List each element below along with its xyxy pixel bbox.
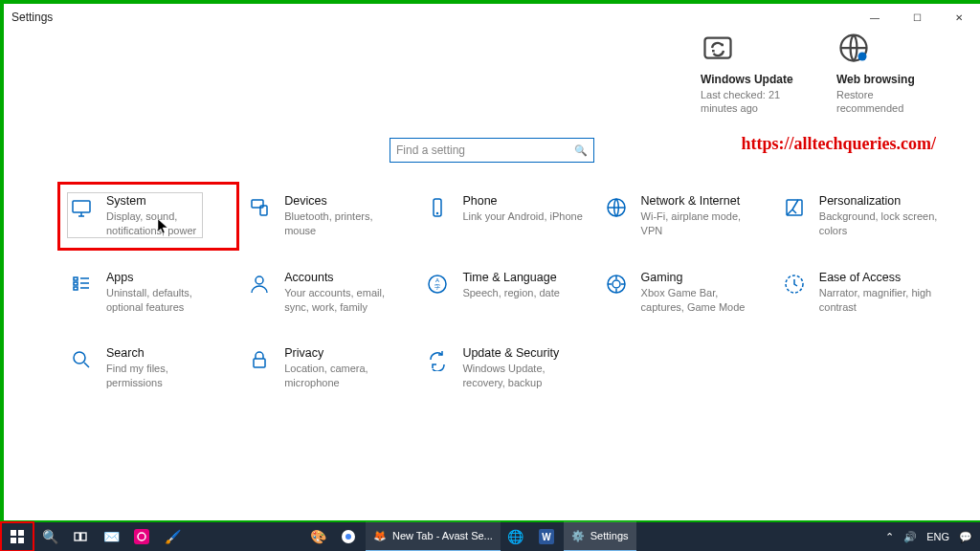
svg-point-13 <box>256 276 263 284</box>
firefox-icon: 🦊 <box>373 530 387 542</box>
tile-phone[interactable]: PhoneLink your Android, iPhone <box>422 190 585 242</box>
svg-rect-23 <box>18 530 24 536</box>
tile-desc: Uninstall, defaults, optional features <box>106 286 227 315</box>
app-pink-icon[interactable] <box>126 521 157 551</box>
app-brush-icon[interactable]: 🖌️ <box>157 521 188 551</box>
tile-accounts[interactable]: AccountsYour accounts, email, sync, work… <box>244 267 407 319</box>
svg-rect-25 <box>18 538 24 543</box>
tray-lang[interactable]: ENG <box>926 531 949 542</box>
titlebar: Settings — ☐ ✕ <box>4 4 980 31</box>
svg-text:W: W <box>542 532 551 542</box>
tile-privacy[interactable]: PrivacyLocation, camera, microphone <box>244 342 407 394</box>
minimize-button[interactable]: — <box>854 4 896 31</box>
update-icon <box>424 346 451 373</box>
web-browsing-card[interactable]: Web browsing Restore recommended <box>836 31 942 116</box>
svg-point-2 <box>858 53 867 61</box>
tile-search[interactable]: SearchFind my files, permissions <box>66 342 229 394</box>
tile-desc: Wi-Fi, airplane mode, VPN <box>641 209 762 238</box>
window-controls: — ☐ ✕ <box>854 4 980 31</box>
time-icon: A字 <box>424 271 451 298</box>
taskbar-app-settings[interactable]: ⚙️ Settings <box>564 521 636 551</box>
apps-icon <box>68 271 95 298</box>
app-paint-icon[interactable]: 🎨 <box>302 521 333 551</box>
mail-icon[interactable]: ✉️ <box>96 521 126 551</box>
search-box[interactable]: 🔍 <box>390 138 594 163</box>
taskbar-app-firefox[interactable]: 🦊 New Tab - Avast Se... <box>366 521 501 551</box>
svg-point-31 <box>345 534 351 540</box>
watermark-text: https://alltechqueries.com/ <box>742 134 936 154</box>
close-button[interactable]: ✕ <box>938 4 980 31</box>
svg-rect-3 <box>73 201 90 212</box>
tile-network[interactable]: Network & InternetWi-Fi, airplane mode, … <box>601 190 764 242</box>
tile-desc: Xbox Game Bar, captures, Game Mode <box>641 286 762 315</box>
taskbar-label: Settings <box>590 530 629 541</box>
search-input[interactable] <box>396 143 574 157</box>
svg-rect-21 <box>254 359 265 367</box>
tile-desc: Background, lock screen, colors <box>819 209 940 238</box>
tile-desc: Location, camera, microphone <box>284 362 405 390</box>
tile-desc: Speech, region, date <box>462 286 583 300</box>
tile-title: Phone <box>462 194 583 208</box>
maximize-button[interactable]: ☐ <box>896 4 938 31</box>
svg-rect-12 <box>74 287 78 290</box>
app-word-icon[interactable]: W <box>531 521 562 551</box>
devices-icon <box>246 194 273 221</box>
tray-sound-icon[interactable]: 🔊 <box>903 531 917 543</box>
taskbar-search-icon[interactable]: 🔍 <box>34 521 65 551</box>
network-icon <box>603 194 630 221</box>
ease-icon <box>781 271 808 298</box>
settings-grid: SystemDisplay, sound, notifications, pow… <box>66 190 942 394</box>
status-cards: Windows Update Last checked: 21 minutes … <box>701 31 942 116</box>
system-icon <box>68 194 95 221</box>
tile-devices[interactable]: DevicesBluetooth, printers, mouse <box>244 190 407 242</box>
svg-point-20 <box>74 352 85 364</box>
taskbar-label: New Tab - Avast Se... <box>392 530 493 541</box>
tile-desc: Link your Android, iPhone <box>462 209 583 224</box>
search-icon: 🔍 <box>574 144 588 157</box>
tile-title: Time & Language <box>462 271 583 284</box>
tile-apps[interactable]: AppsUninstall, defaults, optional featur… <box>66 267 229 319</box>
tray-chevron-icon[interactable]: ⌃ <box>885 531 894 543</box>
app-edge-icon[interactable]: 🌐 <box>501 521 531 551</box>
svg-text:A: A <box>435 277 439 283</box>
gear-icon: ⚙️ <box>571 530 585 542</box>
sync-icon <box>701 31 735 65</box>
tile-desc: Windows Update, recovery, backup <box>462 362 583 390</box>
privacy-icon <box>246 346 273 373</box>
svg-rect-24 <box>11 538 16 543</box>
tile-update[interactable]: Update & SecurityWindows Update, recover… <box>422 342 585 394</box>
tile-title: Devices <box>284 194 405 208</box>
tile-desc: Narrator, magnifier, high contrast <box>819 286 940 315</box>
svg-rect-28 <box>134 529 149 544</box>
svg-point-18 <box>612 280 620 288</box>
svg-text:字: 字 <box>434 283 440 290</box>
tile-desc: Display, sound, notifications, power <box>106 209 227 238</box>
svg-rect-22 <box>11 530 16 536</box>
tile-title: Privacy <box>284 346 405 360</box>
status-sub: Last checked: 21 minutes ago <box>701 88 806 116</box>
globe-icon <box>836 31 871 65</box>
tile-title: Gaming <box>641 271 762 284</box>
window-title: Settings <box>11 11 854 24</box>
tile-desc: Bluetooth, printers, mouse <box>284 209 405 238</box>
taskbar: 🔍 ✉️ 🖌️ 🎨 🦊 New Tab - Avast Se... 🌐 W ⚙️… <box>2 520 980 551</box>
status-sub: Restore recommended <box>836 88 942 116</box>
tile-title: Network & Internet <box>641 194 762 208</box>
windows-update-card[interactable]: Windows Update Last checked: 21 minutes … <box>701 31 806 116</box>
svg-rect-10 <box>74 277 78 280</box>
tile-title: Search <box>106 346 227 360</box>
tile-ease[interactable]: Ease of AccessNarrator, magnifier, high … <box>779 267 942 319</box>
svg-rect-27 <box>81 533 86 540</box>
task-view-icon[interactable] <box>65 521 96 551</box>
tile-system[interactable]: SystemDisplay, sound, notifications, pow… <box>66 190 229 242</box>
tile-time[interactable]: A字Time & LanguageSpeech, region, date <box>422 267 585 319</box>
status-title: Windows Update <box>701 73 806 86</box>
notification-icon[interactable]: 💬 <box>959 531 972 543</box>
svg-rect-26 <box>75 533 79 540</box>
app-chrome-icon[interactable] <box>333 521 364 551</box>
start-button[interactable] <box>2 521 34 551</box>
tile-gaming[interactable]: GamingXbox Game Bar, captures, Game Mode <box>601 267 764 319</box>
tile-personalization[interactable]: PersonalizationBackground, lock screen, … <box>779 190 942 242</box>
tile-title: Accounts <box>284 271 405 284</box>
tile-title: Apps <box>106 271 227 284</box>
